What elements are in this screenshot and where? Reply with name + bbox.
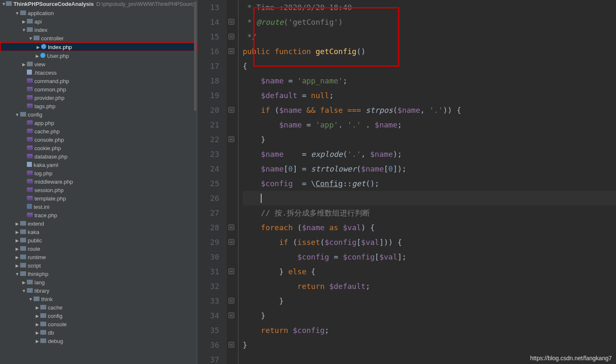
folder-icon <box>27 288 34 294</box>
tree-item-thinkphp[interactable]: ▼thinkphp <box>0 270 197 278</box>
tree-item--htaccess[interactable]: .htaccess <box>0 68 197 77</box>
tree-item-label: log.php <box>34 170 52 177</box>
chevron-icon[interactable]: ▼ <box>21 28 27 32</box>
chevron-icon[interactable]: ▶ <box>34 54 40 58</box>
tree-item-provider-php[interactable]: provider.php <box>0 94 197 102</box>
tree-item-runtime[interactable]: ▶runtime <box>0 253 197 261</box>
tree-item-app-php[interactable]: app.php <box>0 119 197 127</box>
tree-item-label: .htaccess <box>34 70 57 76</box>
chevron-icon[interactable]: ▶ <box>35 45 41 49</box>
folder-icon <box>27 61 34 68</box>
fold-toggle-icon[interactable]: − <box>228 48 234 54</box>
tree-item-public[interactable]: ▶public <box>0 236 197 244</box>
fold-toggle-icon[interactable]: − <box>228 224 234 230</box>
blue-icon <box>40 53 47 59</box>
code-line: $name[0] = strtolower($name[0]); <box>243 161 616 176</box>
chevron-icon[interactable]: ▶ <box>34 305 40 310</box>
chevron-icon[interactable]: ▶ <box>34 314 40 318</box>
php-icon <box>27 137 34 143</box>
chevron-icon[interactable]: ▶ <box>34 339 40 343</box>
code-line-current <box>243 191 616 205</box>
tree-item-tags-php[interactable]: tags.php <box>0 102 197 110</box>
tree-item-middleware-php[interactable]: middleware.php <box>0 177 197 186</box>
tree-item-trace-php[interactable]: trace.php <box>0 211 197 219</box>
tree-item-log-php[interactable]: log.php <box>0 169 197 177</box>
line-number: 16 <box>197 44 219 59</box>
tree-item-test-ini[interactable]: test.ini <box>0 203 197 211</box>
tree-item-api[interactable]: ▶api <box>0 17 197 26</box>
fold-toggle-icon[interactable]: − <box>228 136 234 142</box>
chevron-icon[interactable]: ▶ <box>14 238 20 243</box>
tree-item-route[interactable]: ▶route <box>0 244 197 253</box>
tree-item-script[interactable]: ▶script <box>0 261 197 270</box>
chevron-icon[interactable]: ▼ <box>21 289 27 293</box>
tree-item-think[interactable]: ▼think <box>0 295 197 303</box>
tree-item-db[interactable]: ▶db <box>0 328 197 337</box>
fold-toggle-icon[interactable]: − <box>228 312 234 318</box>
tree-item-config[interactable]: ▼config <box>0 110 197 119</box>
php-icon <box>27 170 34 177</box>
tree-item-console-php[interactable]: console.php <box>0 135 197 144</box>
chevron-icon[interactable]: ▶ <box>14 255 20 260</box>
project-sidebar[interactable]: ▼ ThinkPHPSourceCodeAnalysis D:\phpstudy… <box>0 0 197 364</box>
file-tree[interactable]: ▼application▶api▼index▼controller▶Index.… <box>0 8 197 346</box>
fold-toggle-icon[interactable]: − <box>228 34 234 39</box>
fold-toggle-icon[interactable]: − <box>228 239 234 245</box>
tree-item-view[interactable]: ▶view <box>0 60 197 68</box>
fold-toggle-icon[interactable]: − <box>228 268 234 274</box>
project-header[interactable]: ▼ ThinkPHPSourceCodeAnalysis D:\phpstudy… <box>0 0 197 8</box>
tree-item-debug[interactable]: ▶debug <box>0 337 197 345</box>
chevron-icon[interactable]: ▶ <box>14 230 20 234</box>
tree-item-label: debug <box>48 338 63 344</box>
tree-item-cache[interactable]: ▶cache <box>0 303 197 312</box>
chevron-icon[interactable]: ▼ <box>14 112 20 117</box>
tree-item-session-php[interactable]: session.php <box>0 186 197 194</box>
tree-item-label: trace.php <box>34 212 57 218</box>
folder-icon <box>27 18 34 25</box>
fold-column[interactable]: −−−−−−−−−−− <box>227 0 239 364</box>
tree-item-controller[interactable]: ▼controller <box>0 34 197 42</box>
tree-item-lang[interactable]: ▶lang <box>0 278 197 286</box>
line-gutter: 1314151617181920212223242526272829303132… <box>197 0 227 364</box>
folder-icon <box>40 304 48 311</box>
fold-toggle-icon[interactable]: − <box>228 298 234 304</box>
chevron-icon[interactable]: ▶ <box>34 322 40 327</box>
tree-item-kaka-yaml[interactable]: kaka.yaml <box>0 161 197 169</box>
tree-item-cache-php[interactable]: cache.php <box>0 127 197 135</box>
chevron-icon[interactable]: ▶ <box>14 263 20 268</box>
chevron-icon[interactable]: ▼ <box>28 297 34 302</box>
tree-item-template-php[interactable]: template.php <box>0 194 197 203</box>
chevron-icon[interactable]: ▶ <box>21 280 27 285</box>
line-number: 13 <box>197 0 219 15</box>
tree-item-common-php[interactable]: common.php <box>0 85 197 94</box>
tree-item-label: config <box>28 112 42 118</box>
tree-item-database-php[interactable]: database.php <box>0 152 197 161</box>
chevron-icon[interactable]: ▶ <box>21 62 27 67</box>
code-line: $name = 'app_name'; <box>243 73 616 88</box>
code-area[interactable]: * Time :2020/9/20 18:40 * @route('getCon… <box>239 0 616 364</box>
scrollbar[interactable] <box>194 2 197 111</box>
tree-item-command-php[interactable]: command.php <box>0 77 197 85</box>
fold-toggle-icon[interactable]: − <box>228 342 234 348</box>
tree-item-cookie-php[interactable]: cookie.php <box>0 144 197 152</box>
fold-toggle-icon[interactable]: − <box>228 19 234 25</box>
tree-item-Index-php[interactable]: ▶Index.php <box>0 42 197 52</box>
tree-item-label: provider.php <box>34 95 65 101</box>
chevron-icon[interactable]: ▼ <box>14 11 20 16</box>
chevron-icon[interactable]: ▼ <box>14 272 20 276</box>
chevron-icon[interactable]: ▼ <box>28 36 34 41</box>
tree-item-extend[interactable]: ▶extend <box>0 219 197 228</box>
fold-toggle-icon[interactable]: − <box>228 107 234 113</box>
chevron-icon[interactable]: ▶ <box>34 330 40 335</box>
tree-item-library[interactable]: ▼library <box>0 286 197 295</box>
tree-item-console[interactable]: ▶console <box>0 320 197 328</box>
tree-item-application[interactable]: ▼application <box>0 9 197 17</box>
code-editor[interactable]: 1314151617181920212223242526272829303132… <box>197 0 616 364</box>
chevron-icon[interactable]: ▶ <box>14 247 20 251</box>
chevron-icon[interactable]: ▶ <box>21 19 27 24</box>
chevron-icon[interactable]: ▶ <box>14 221 20 226</box>
tree-item-index[interactable]: ▼index <box>0 26 197 34</box>
tree-item-User-php[interactable]: ▶User.php <box>0 52 197 60</box>
tree-item-config[interactable]: ▶config <box>0 312 197 320</box>
tree-item-kaka[interactable]: ▶kaka <box>0 228 197 236</box>
